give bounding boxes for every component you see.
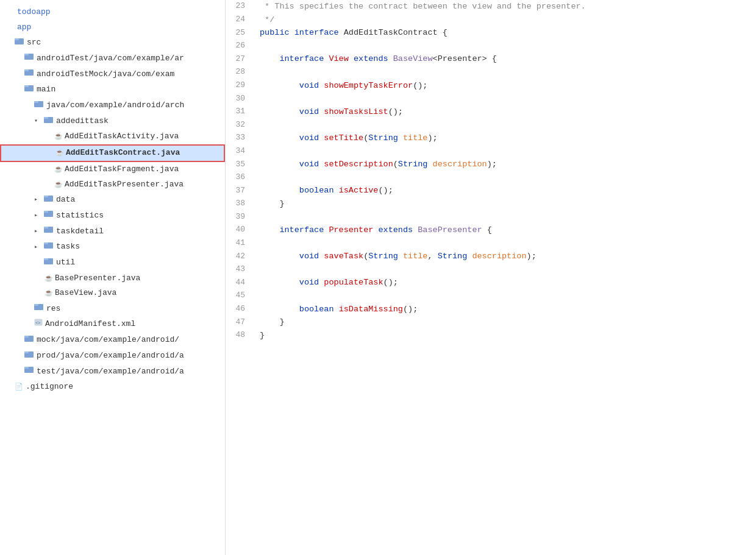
code-token: Presenter	[438, 54, 482, 63]
tree-item-app[interactable]: app	[0, 20, 225, 35]
code-token: AddEditTaskContract	[344, 28, 438, 37]
code-token: {	[482, 225, 492, 235]
java-icon: ☕	[55, 147, 63, 160]
code-token: * This specifies the contract between th…	[260, 2, 586, 11]
tree-label-gitignore: .gitignore	[26, 381, 73, 394]
tree-item-mock[interactable]: mock/java/com/example/android/	[0, 333, 225, 348]
line-number: 48	[226, 329, 255, 342]
expand-arrow-data	[34, 195, 43, 205]
line-content	[255, 263, 756, 277]
svg-rect-3	[24, 54, 29, 55]
code-token: );	[527, 252, 537, 261]
java-icon: ☕	[54, 179, 62, 191]
tree-label-data: data	[56, 194, 75, 207]
line-content	[255, 118, 756, 132]
tree-item-statistics[interactable]: statistics	[0, 208, 225, 224]
code-token: setDescription	[324, 160, 393, 169]
code-token: extends	[373, 225, 418, 235]
tree-item-taskdetail[interactable]: taskdetail	[0, 224, 225, 239]
tree-item-res[interactable]: res	[0, 301, 225, 317]
tree-item-AddEditTaskFragment[interactable]: ☕AddEditTaskFragment.java	[0, 162, 225, 177]
tree-item-AddEditTaskContract[interactable]: ☕AddEditTaskContract.java	[0, 144, 225, 162]
code-token: }	[260, 199, 285, 208]
code-line-46: 46 boolean isDataMissing();	[226, 303, 756, 316]
svg-rect-25	[44, 258, 48, 260]
code-token: BaseView	[393, 54, 433, 63]
folder-icon	[24, 68, 34, 81]
tree-item-java[interactable]: java/com/example/android/arch	[0, 98, 225, 114]
line-content	[255, 211, 756, 224]
tree-label-main: main	[37, 83, 55, 96]
svg-rect-37	[24, 367, 29, 369]
tree-label-todoapp: todoapp	[17, 6, 51, 19]
code-token: String	[368, 252, 398, 261]
line-content	[255, 66, 756, 79]
line-number: 24	[226, 13, 255, 27]
code-token: String	[438, 252, 468, 261]
code-line-31: 31 void showTasksList();	[226, 105, 756, 119]
code-line-48: 48}	[226, 329, 756, 342]
tree-item-AndroidManifest[interactable]: <>AndroidManifest.xml	[0, 317, 225, 333]
folder-open-icon	[44, 115, 54, 129]
line-number: 25	[226, 26, 255, 40]
tree-item-addedittask[interactable]: addedittask	[0, 114, 225, 130]
tree-item-androidTest[interactable]: androidTest/java/com/example/ar	[0, 51, 225, 66]
svg-text:☕: ☕	[54, 132, 62, 140]
code-line-35: 35 void setDescription(String descriptio…	[226, 158, 756, 171]
tree-item-BasePresenter[interactable]: ☕BasePresenter.java	[0, 271, 225, 286]
tree-item-BaseView[interactable]: ☕BaseView.java	[0, 286, 225, 301]
tree-item-util[interactable]: util	[0, 255, 225, 271]
line-number: 27	[226, 52, 255, 66]
line-number: 44	[226, 276, 255, 289]
code-token: extends	[349, 54, 393, 63]
code-token: boolean	[260, 186, 339, 195]
tree-item-test[interactable]: test/java/com/example/android/a	[0, 364, 225, 380]
tree-label-app: app	[17, 21, 31, 34]
code-token: );	[427, 133, 437, 143]
code-token: boolean	[260, 305, 339, 314]
tree-item-androidTestMock[interactable]: androidTestMock/java/com/exam	[0, 66, 225, 82]
folder-icon	[44, 241, 54, 254]
line-content	[255, 92, 756, 105]
tree-label-AddEditTaskActivity: AddEditTaskActivity.java	[65, 130, 179, 143]
code-token: ();	[388, 107, 403, 116]
code-token: ();	[413, 81, 427, 90]
expand-arrow-addedittask	[34, 116, 43, 126]
line-content: }	[255, 316, 756, 329]
line-number: 32	[226, 118, 255, 132]
line-content: interface Presenter extends BasePresente…	[255, 224, 756, 237]
code-line-26: 26	[226, 40, 756, 53]
tree-item-data[interactable]: data	[0, 193, 225, 208]
tree-item-todoapp[interactable]: todoapp	[0, 5, 225, 20]
code-token: }	[260, 317, 285, 327]
expand-arrow-statistics	[34, 211, 43, 221]
code-line-34: 34	[226, 145, 756, 158]
tree-item-prod[interactable]: prod/java/com/example/android/a	[0, 348, 225, 364]
code-line-37: 37 boolean isActive();	[226, 184, 756, 197]
code-editor: 23 * This specifies the contract between…	[226, 0, 756, 555]
tree-item-main[interactable]: main	[0, 82, 225, 98]
line-number: 41	[226, 237, 255, 250]
tree-label-java: java/com/example/android/arch	[46, 99, 184, 112]
svg-rect-17	[44, 196, 48, 197]
tree-item-AddEditTaskActivity[interactable]: ☕AddEditTaskActivity.java	[0, 129, 225, 144]
tree-item-tasks[interactable]: tasks	[0, 239, 225, 255]
svg-rect-33	[24, 336, 29, 338]
line-content: void setDescription(String description);	[255, 158, 756, 171]
tree-item-gitignore[interactable]: 📄.gitignore	[0, 380, 225, 395]
folder-icon	[24, 334, 34, 347]
code-token	[427, 160, 432, 169]
svg-rect-29	[34, 304, 38, 306]
code-line-41: 41	[226, 237, 756, 250]
svg-text:☕: ☕	[54, 164, 62, 173]
xml-icon: <>	[34, 318, 43, 331]
tree-item-src[interactable]: src	[0, 35, 225, 51]
code-token: BasePresenter	[418, 225, 482, 235]
code-line-45: 45	[226, 289, 756, 303]
code-token: populateTask	[324, 278, 383, 287]
svg-text:☕: ☕	[45, 288, 52, 297]
line-content: * This specifies the contract between th…	[255, 0, 756, 13]
tree-item-AddEditTaskPresenter[interactable]: ☕AddEditTaskPresenter.java	[0, 177, 225, 193]
code-token: interface	[260, 54, 329, 63]
code-token: showTasksList	[324, 107, 388, 116]
